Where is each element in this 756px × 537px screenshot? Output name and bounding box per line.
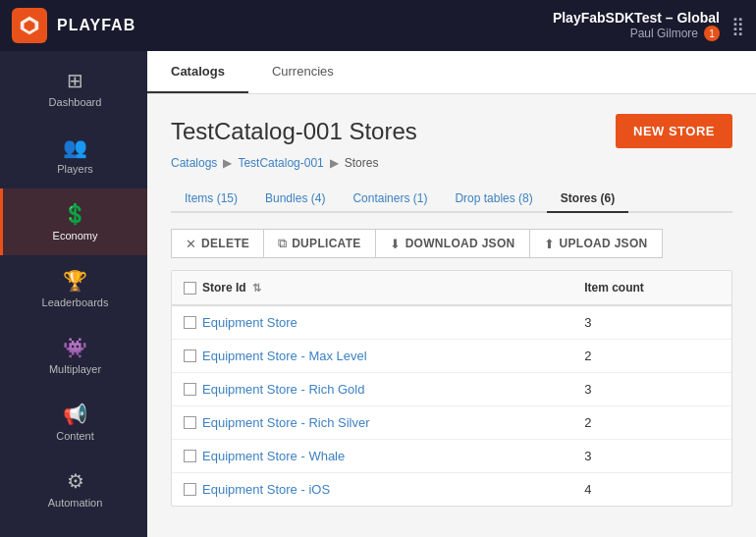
new-store-button[interactable]: NEW STORE [616,114,732,148]
sidebar-item-economy[interactable]: 💲 Economy [0,188,147,255]
header: PLAYFAB PlayFabSDKTest – Global Paul Gil… [0,0,756,51]
delete-icon: ✕ [186,237,196,251]
store-id-cell: Equipment Store - Rich Silver [172,406,572,440]
content-area: TestCatalog-001 Stores NEW STORE Catalog… [147,94,756,537]
table-row: Equipment Store - Max Level 2 [172,340,731,373]
row-checkbox[interactable] [184,383,196,396]
logo-text: PLAYFAB [57,17,135,34]
sidebar-label-players: Players [57,163,93,175]
layout: ⊞ Dashboard 👥 Players 💲 Economy 🏆 Leader… [0,51,756,537]
store-link[interactable]: Equipment Store - Whale [202,449,345,463]
upload-label: UPLOAD JSON [560,237,648,250]
store-link[interactable]: Equipment Store - Rich Silver [202,415,370,430]
automation-icon: ⚙ [67,469,84,493]
store-link[interactable]: Equipment Store - iOS [202,482,330,497]
table-head: Store Id ⇅ Item count [172,271,731,305]
playfab-logo-svg [19,15,40,36]
breadcrumb-catalog-name[interactable]: TestCatalog-001 [238,156,323,170]
store-id-cell: Equipment Store - Rich Gold [172,373,572,406]
duplicate-button[interactable]: ⧉ DUPLICATE [263,229,374,258]
sidebar-item-dashboard[interactable]: ⊞ Dashboard [0,55,147,122]
header-right: PlayFabSDKTest – Global Paul Gilmore 1 ⣿ [553,10,744,41]
sidebar-item-content[interactable]: 📢 Content [0,389,147,456]
sidebar-item-leaderboards[interactable]: 🏆 Leaderboards [0,255,147,322]
table-row: Equipment Store 3 [172,305,731,340]
dashboard-icon: ⊞ [67,69,83,92]
project-title: PlayFabSDKTest – Global [553,10,720,26]
players-icon: 👥 [63,135,87,159]
row-checkbox[interactable] [184,316,196,329]
sidebar-item-multiplayer[interactable]: 👾 Multiplayer [0,322,147,389]
sidebar: ⊞ Dashboard 👥 Players 💲 Economy 🏆 Leader… [0,51,147,537]
item-count-cell: 4 [572,473,731,507]
item-count-cell: 3 [572,373,731,406]
table: Store Id ⇅ Item count Equipment Store [172,271,731,506]
row-checkbox[interactable] [184,450,196,462]
store-link[interactable]: Equipment Store - Rich Gold [202,382,364,397]
grid-icon[interactable]: ⣿ [731,15,744,36]
col-item-count: Item count [572,271,731,305]
row-checkbox[interactable] [184,416,196,429]
table-row: Equipment Store - Rich Gold 3 [172,373,731,406]
header-checkbox[interactable] [184,282,196,295]
download-json-button[interactable]: ⬇ DOWNLOAD JSON [375,229,529,258]
sub-tab-stores[interactable]: Stores (6) [547,186,628,213]
toolbar: ✕ DELETE ⧉ DUPLICATE ⬇ DOWNLOAD JSON ⬆ U… [171,229,732,258]
sidebar-label-economy: Economy [53,230,98,242]
tab-currencies[interactable]: Currencies [248,51,357,93]
table-row: Equipment Store - Whale 3 [172,440,731,473]
breadcrumb-sep-1: ▶ [223,156,232,170]
duplicate-label: DUPLICATE [292,237,360,250]
breadcrumb: Catalogs ▶ TestCatalog-001 ▶ Stores [171,156,732,170]
table-body: Equipment Store 3 Equipment Store - Max … [172,305,731,506]
economy-icon: 💲 [63,202,87,226]
page-title: TestCatalog-001 Stores [171,118,417,145]
store-link[interactable]: Equipment Store - Max Level [202,349,367,363]
sub-tab-items[interactable]: Items (15) [171,186,251,213]
table-row: Equipment Store - iOS 4 [172,473,731,507]
page-header: TestCatalog-001 Stores NEW STORE [171,114,732,148]
store-id-cell: Equipment Store - Max Level [172,340,572,373]
sub-tab-drop-tables[interactable]: Drop tables (8) [441,186,546,213]
tabs-bar: Catalogs Currencies [147,51,756,94]
notification-badge[interactable]: 1 [704,26,720,41]
sidebar-item-players[interactable]: 👥 Players [0,122,147,188]
sidebar-label-content: Content [56,430,94,442]
row-checkbox[interactable] [184,349,196,362]
item-count-cell: 3 [572,440,731,473]
sidebar-item-automation[interactable]: ⚙ Automation [0,456,147,522]
logo-icon[interactable] [12,8,47,43]
user-name: Paul Gilmore [630,27,698,40]
sub-tab-bundles[interactable]: Bundles (4) [251,186,339,213]
sidebar-item-analytics[interactable]: 📊 Analytics [0,522,147,537]
store-link[interactable]: Equipment Store [202,315,297,330]
leaderboards-icon: 🏆 [63,269,87,293]
item-count-cell: 3 [572,305,731,340]
row-checkbox[interactable] [184,483,196,496]
delete-button[interactable]: ✕ DELETE [171,229,263,258]
header-left: PLAYFAB [12,8,135,43]
upload-json-button[interactable]: ⬆ UPLOAD JSON [529,229,663,258]
table-row: Equipment Store - Rich Silver 2 [172,406,731,440]
sort-icon: ⇅ [252,282,261,295]
sub-tabs: Items (15) Bundles (4) Containers (1) Dr… [171,186,732,213]
tab-catalogs[interactable]: Catalogs [147,51,248,93]
col-store-id: Store Id ⇅ [172,271,572,305]
download-label: DOWNLOAD JSON [405,237,515,250]
sidebar-label-leaderboards: Leaderboards [42,296,109,308]
sub-tab-containers[interactable]: Containers (1) [339,186,441,213]
sidebar-label-automation: Automation [48,497,103,509]
store-id-cell: Equipment Store - iOS [172,473,572,507]
breadcrumb-current: Stores [345,156,379,170]
store-id-cell: Equipment Store - Whale [172,440,572,473]
breadcrumb-catalogs[interactable]: Catalogs [171,156,217,170]
store-id-cell: Equipment Store [172,305,572,340]
breadcrumb-sep-2: ▶ [330,156,339,170]
item-count-cell: 2 [572,340,731,373]
sidebar-label-dashboard: Dashboard [49,96,102,108]
delete-label: DELETE [201,237,249,250]
download-icon: ⬇ [390,237,401,251]
table-header-row: Store Id ⇅ Item count [172,271,731,305]
duplicate-icon: ⧉ [278,236,287,251]
sidebar-label-multiplayer: Multiplayer [49,363,101,375]
